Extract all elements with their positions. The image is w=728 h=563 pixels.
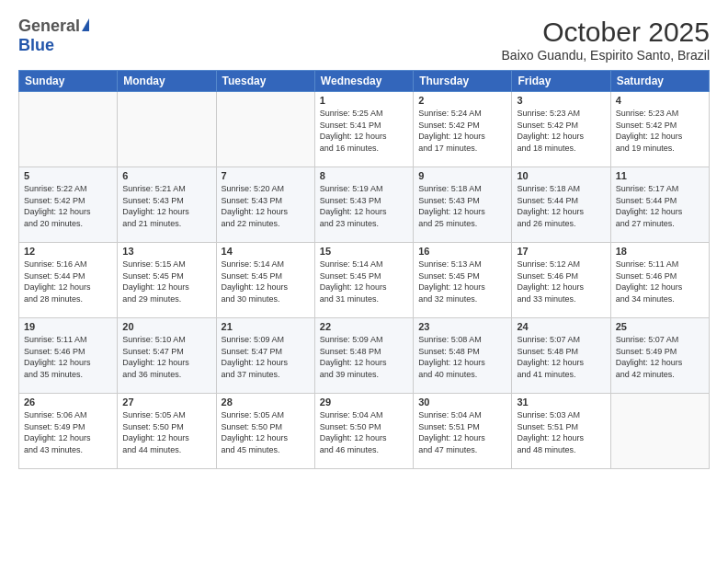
day-number: 20 xyxy=(122,321,210,332)
day-info: Sunrise: 5:07 AM Sunset: 5:49 PM Dayligh… xyxy=(616,334,704,380)
day-info: Sunrise: 5:11 AM Sunset: 5:46 PM Dayligh… xyxy=(24,334,112,380)
day-info: Sunrise: 5:21 AM Sunset: 5:43 PM Dayligh… xyxy=(122,183,210,229)
day-cell-3-5: 16Sunrise: 5:13 AM Sunset: 5:45 PM Dayli… xyxy=(414,243,512,318)
day-info: Sunrise: 5:05 AM Sunset: 5:50 PM Dayligh… xyxy=(222,409,310,455)
day-cell-3-1: 12Sunrise: 5:16 AM Sunset: 5:44 PM Dayli… xyxy=(19,243,118,318)
header-tuesday: Tuesday xyxy=(216,71,314,92)
day-info: Sunrise: 5:15 AM Sunset: 5:45 PM Dayligh… xyxy=(122,259,210,304)
day-number: 12 xyxy=(24,246,112,257)
day-number: 30 xyxy=(418,396,506,408)
header-friday: Friday xyxy=(512,71,610,92)
day-info: Sunrise: 5:07 AM Sunset: 5:48 PM Dayligh… xyxy=(517,334,605,380)
day-cell-1-4: 1Sunrise: 5:25 AM Sunset: 5:41 PM Daylig… xyxy=(314,92,413,167)
day-cell-3-2: 13Sunrise: 5:15 AM Sunset: 5:45 PM Dayli… xyxy=(118,243,216,318)
day-number: 14 xyxy=(222,246,310,257)
day-info: Sunrise: 5:17 AM Sunset: 5:44 PM Dayligh… xyxy=(616,183,704,229)
page: General Blue October 2025 Baixo Guandu, … xyxy=(0,0,728,563)
day-cell-5-2: 27Sunrise: 5:05 AM Sunset: 5:50 PM Dayli… xyxy=(118,394,216,469)
day-info: Sunrise: 5:11 AM Sunset: 5:46 PM Dayligh… xyxy=(616,259,704,304)
day-cell-2-3: 7Sunrise: 5:20 AM Sunset: 5:43 PM Daylig… xyxy=(216,167,314,243)
day-number: 27 xyxy=(122,396,210,408)
calendar: Sunday Monday Tuesday Wednesday Thursday… xyxy=(18,70,710,469)
day-number: 28 xyxy=(222,396,310,408)
day-info: Sunrise: 5:10 AM Sunset: 5:47 PM Dayligh… xyxy=(122,334,210,380)
day-info: Sunrise: 5:19 AM Sunset: 5:43 PM Dayligh… xyxy=(320,183,408,229)
day-number: 23 xyxy=(418,321,506,332)
logo-triangle-icon xyxy=(82,18,89,31)
day-info: Sunrise: 5:13 AM Sunset: 5:45 PM Dayligh… xyxy=(418,259,506,304)
day-number: 26 xyxy=(24,396,112,408)
day-number: 10 xyxy=(517,170,605,181)
day-cell-1-7: 4Sunrise: 5:23 AM Sunset: 5:42 PM Daylig… xyxy=(610,92,709,167)
logo-blue: Blue xyxy=(18,36,54,55)
day-info: Sunrise: 5:09 AM Sunset: 5:47 PM Dayligh… xyxy=(222,334,310,380)
day-info: Sunrise: 5:14 AM Sunset: 5:45 PM Dayligh… xyxy=(222,259,310,304)
day-info: Sunrise: 5:08 AM Sunset: 5:48 PM Dayligh… xyxy=(418,334,506,380)
day-cell-4-2: 20Sunrise: 5:10 AM Sunset: 5:47 PM Dayli… xyxy=(118,318,216,394)
header-saturday: Saturday xyxy=(610,71,709,92)
day-number: 31 xyxy=(517,396,605,408)
title-block: October 2025 Baixo Guandu, Espirito Sant… xyxy=(502,17,710,63)
day-number: 15 xyxy=(320,246,408,257)
day-info: Sunrise: 5:04 AM Sunset: 5:51 PM Dayligh… xyxy=(418,409,506,455)
day-number: 21 xyxy=(222,321,310,332)
day-cell-4-1: 19Sunrise: 5:11 AM Sunset: 5:46 PM Dayli… xyxy=(19,318,118,394)
day-number: 11 xyxy=(616,170,704,181)
logo-text: General xyxy=(18,17,89,36)
header: General Blue October 2025 Baixo Guandu, … xyxy=(18,17,710,63)
day-cell-5-7 xyxy=(610,394,709,469)
day-info: Sunrise: 5:23 AM Sunset: 5:42 PM Dayligh… xyxy=(517,108,605,154)
day-info: Sunrise: 5:24 AM Sunset: 5:42 PM Dayligh… xyxy=(418,108,506,154)
day-info: Sunrise: 5:20 AM Sunset: 5:43 PM Dayligh… xyxy=(222,183,310,229)
day-cell-1-5: 2Sunrise: 5:24 AM Sunset: 5:42 PM Daylig… xyxy=(414,92,512,167)
week-row-4: 19Sunrise: 5:11 AM Sunset: 5:46 PM Dayli… xyxy=(19,318,710,394)
day-cell-2-1: 5Sunrise: 5:22 AM Sunset: 5:42 PM Daylig… xyxy=(19,167,118,243)
day-number: 17 xyxy=(517,246,605,257)
day-number: 1 xyxy=(320,95,408,106)
day-cell-4-5: 23Sunrise: 5:08 AM Sunset: 5:48 PM Dayli… xyxy=(414,318,512,394)
logo: General Blue xyxy=(18,17,89,55)
day-cell-5-3: 28Sunrise: 5:05 AM Sunset: 5:50 PM Dayli… xyxy=(216,394,314,469)
day-cell-2-2: 6Sunrise: 5:21 AM Sunset: 5:43 PM Daylig… xyxy=(118,167,216,243)
day-number: 24 xyxy=(517,321,605,332)
day-number: 3 xyxy=(517,95,605,106)
day-cell-2-6: 10Sunrise: 5:18 AM Sunset: 5:44 PM Dayli… xyxy=(512,167,610,243)
header-sunday: Sunday xyxy=(19,71,118,92)
day-number: 29 xyxy=(320,396,408,408)
day-number: 7 xyxy=(222,170,310,181)
day-cell-4-3: 21Sunrise: 5:09 AM Sunset: 5:47 PM Dayli… xyxy=(216,318,314,394)
day-number: 2 xyxy=(418,95,506,106)
day-number: 25 xyxy=(616,321,704,332)
day-info: Sunrise: 5:18 AM Sunset: 5:43 PM Dayligh… xyxy=(418,183,506,229)
day-cell-3-7: 18Sunrise: 5:11 AM Sunset: 5:46 PM Dayli… xyxy=(610,243,709,318)
location: Baixo Guandu, Espirito Santo, Brazil xyxy=(502,48,710,63)
header-monday: Monday xyxy=(118,71,216,92)
day-info: Sunrise: 5:05 AM Sunset: 5:50 PM Dayligh… xyxy=(122,409,210,455)
day-cell-5-5: 30Sunrise: 5:04 AM Sunset: 5:51 PM Dayli… xyxy=(414,394,512,469)
day-cell-5-6: 31Sunrise: 5:03 AM Sunset: 5:51 PM Dayli… xyxy=(512,394,610,469)
month-title: October 2025 xyxy=(502,17,710,48)
day-cell-2-5: 9Sunrise: 5:18 AM Sunset: 5:43 PM Daylig… xyxy=(414,167,512,243)
header-wednesday: Wednesday xyxy=(314,71,413,92)
day-number: 6 xyxy=(122,170,210,181)
day-number: 18 xyxy=(616,246,704,257)
day-info: Sunrise: 5:14 AM Sunset: 5:45 PM Dayligh… xyxy=(320,259,408,304)
day-number: 8 xyxy=(320,170,408,181)
week-row-2: 5Sunrise: 5:22 AM Sunset: 5:42 PM Daylig… xyxy=(19,167,710,243)
day-cell-5-4: 29Sunrise: 5:04 AM Sunset: 5:50 PM Dayli… xyxy=(314,394,413,469)
header-thursday: Thursday xyxy=(414,71,512,92)
day-cell-3-3: 14Sunrise: 5:14 AM Sunset: 5:45 PM Dayli… xyxy=(216,243,314,318)
day-cell-1-6: 3Sunrise: 5:23 AM Sunset: 5:42 PM Daylig… xyxy=(512,92,610,167)
day-info: Sunrise: 5:16 AM Sunset: 5:44 PM Dayligh… xyxy=(24,259,112,304)
day-cell-2-7: 11Sunrise: 5:17 AM Sunset: 5:44 PM Dayli… xyxy=(610,167,709,243)
day-number: 5 xyxy=(24,170,112,181)
day-info: Sunrise: 5:22 AM Sunset: 5:42 PM Dayligh… xyxy=(24,183,112,229)
day-number: 16 xyxy=(418,246,506,257)
day-cell-1-3 xyxy=(216,92,314,167)
day-number: 19 xyxy=(24,321,112,332)
day-info: Sunrise: 5:06 AM Sunset: 5:49 PM Dayligh… xyxy=(24,409,112,455)
day-cell-5-1: 26Sunrise: 5:06 AM Sunset: 5:49 PM Dayli… xyxy=(19,394,118,469)
day-number: 4 xyxy=(616,95,704,106)
day-info: Sunrise: 5:18 AM Sunset: 5:44 PM Dayligh… xyxy=(517,183,605,229)
day-cell-4-6: 24Sunrise: 5:07 AM Sunset: 5:48 PM Dayli… xyxy=(512,318,610,394)
